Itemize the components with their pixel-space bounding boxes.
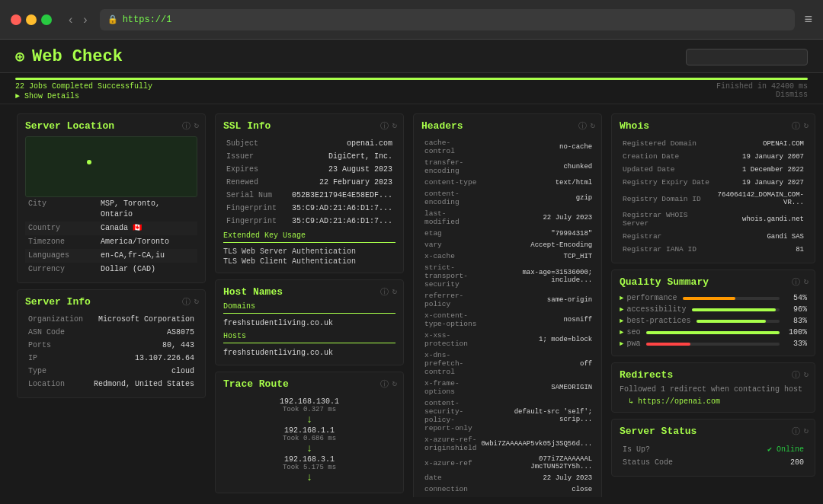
info-icon-8[interactable]: ⓘ (792, 120, 800, 132)
table-row: Updated Date1 December 2022 (621, 164, 805, 175)
card-controls-2: ⓘ ↻ (182, 296, 199, 308)
table-row: Location Redmond, United States (27, 378, 196, 390)
quality-pwa[interactable]: ► pwa 33% (620, 338, 807, 349)
table-row: referrer-policysame-origin (423, 291, 594, 309)
refresh-icon-9[interactable]: ↻ (803, 276, 809, 288)
chevron-right-icon: ► (620, 295, 623, 302)
table-row: Registered DomainOPENAI.COM (621, 138, 805, 149)
card-controls-9: ⓘ ↻ (792, 276, 809, 288)
card-controls: ⓘ ↻ (182, 120, 199, 132)
info-icon-10[interactable]: ⓘ (792, 369, 800, 381)
minimize-button[interactable] (26, 14, 37, 25)
refresh-icon-11[interactable]: ↻ (803, 426, 809, 437)
refresh-icon-3[interactable]: ↻ (392, 120, 397, 132)
app-header: ⊕ Web Check (0, 40, 823, 73)
headers-table: cache-controlno-cache transfer-encodingc… (421, 136, 595, 496)
currency-value: Dollar (CAD) (98, 263, 197, 276)
refresh-icon-4[interactable]: ↻ (392, 286, 397, 298)
table-row: x-dns-prefetch-controloff (423, 350, 594, 377)
info-icon-6[interactable]: ⓘ (578, 120, 587, 132)
quality-bar-bg (646, 343, 780, 346)
table-row: IssuerDigiCert, Inc. (225, 151, 394, 162)
online-badge: ✔ (767, 445, 777, 454)
table-row: Status Code 200 (621, 457, 805, 468)
refresh-icon-8[interactable]: ↻ (803, 120, 809, 132)
info-icon-5[interactable]: ⓘ (380, 378, 389, 390)
quality-bar-fill (697, 320, 765, 323)
menu-button[interactable]: ≡ (804, 11, 812, 27)
close-button[interactable] (11, 14, 21, 25)
redirect-link[interactable]: ↳ https://openai.com (620, 397, 807, 406)
refresh-icon[interactable]: ↻ (194, 120, 199, 132)
ports-value: 80, 443 (87, 340, 196, 351)
host-names-title: Host Names (223, 286, 395, 298)
quality-seo[interactable]: ► seo 100% (620, 327, 807, 338)
info-icon-9[interactable]: ⓘ (792, 276, 800, 288)
org-label: Organization (27, 314, 85, 325)
languages-value: en-CA,fr-CA,iu (98, 249, 197, 263)
info-icon-11[interactable]: ⓘ (792, 426, 800, 437)
address-bar[interactable]: 🔒 https://1 (100, 9, 796, 30)
table-row: cache-controlno-cache (423, 138, 594, 156)
column-1: Server Location ⓘ ↻ City MSP, Toronto, O… (12, 113, 210, 497)
server-info-card: Server Info ⓘ ↻ Organization Microsoft C… (17, 289, 206, 398)
table-row: Fingerprint35:C9:AD:21:A6:D1:7... (225, 203, 394, 214)
info-icon-4[interactable]: ⓘ (380, 286, 389, 298)
ip-value: 13.107.226.64 (87, 352, 196, 364)
ssl-info-card: SSL Info ⓘ ↻ Subjectopenai.com IssuerDig… (215, 113, 404, 273)
progress-info: 22 Jobs Completed Successfully Finished … (15, 82, 808, 91)
city-label: City (25, 197, 98, 222)
table-row: Expires23 August 2023 (225, 164, 394, 175)
column-3: Headers ⓘ ↻ cache-controlno-cache transf… (408, 113, 607, 497)
back-button[interactable]: ‹ (66, 11, 75, 28)
quality-best-practices[interactable]: ► best-practices 83% (620, 315, 807, 327)
server-status-card: Server Status ⓘ ↻ Is Up? ✔ Online Status… (611, 419, 815, 477)
domain-item: freshstudentliving.co.uk (223, 317, 395, 329)
chevron-right-icon: ► (620, 340, 623, 348)
finished-text: Finished in 42400 ms (716, 82, 808, 91)
table-row: x-content-type-optionsnosniff (423, 311, 594, 329)
refresh-icon-10[interactable]: ↻ (803, 369, 809, 381)
table-row: x-azure-ref-originshield0wbi7ZAAAAAP5vk0… (423, 435, 594, 453)
table-row: Registrar WHOIS Serverwhois.gandi.net (621, 209, 805, 229)
table-row: connectionclose (423, 484, 594, 494)
maximize-button[interactable] (41, 14, 52, 25)
column-2: SSL Info ⓘ ↻ Subjectopenai.com IssuerDig… (210, 113, 408, 497)
forward-button[interactable]: › (80, 11, 90, 28)
dismiss-button[interactable]: Dismiss (776, 91, 808, 100)
refresh-icon-6[interactable]: ↻ (590, 120, 595, 132)
type-value: cloud (87, 365, 196, 377)
progress-container: 22 Jobs Completed Successfully Finished … (0, 73, 823, 104)
column-4: Whois ⓘ ↻ Registered DomainOPENAI.COM Cr… (607, 113, 820, 497)
table-row: Ports 80, 443 (27, 340, 196, 351)
info-icon-2[interactable]: ⓘ (182, 296, 191, 308)
quality-bar-fill (646, 331, 780, 334)
server-location-table: City MSP, Toronto, Ontario Country Canad… (25, 197, 197, 276)
table-row: Registry Expiry Date19 January 2027 (621, 177, 805, 188)
server-location-card: Server Location ⓘ ↻ City MSP, Toronto, O… (17, 113, 206, 283)
refresh-icon-2[interactable]: ↻ (194, 296, 199, 308)
quality-performance[interactable]: ► performance 54% (620, 292, 807, 304)
quality-accessibility[interactable]: ► accessibility 96% (620, 304, 807, 315)
trace-route-title: Trace Route (223, 378, 395, 390)
quality-bar-fill (683, 297, 735, 300)
status-code-label: Status Code (621, 457, 726, 468)
chevron-right-icon: ► (620, 329, 623, 337)
status-text: Online (777, 445, 804, 454)
country-label: Country (25, 222, 98, 235)
show-details-button[interactable]: ► Show Details (15, 92, 79, 100)
table-row: x-cacheTCP_HIT (423, 251, 594, 261)
info-icon-3[interactable]: ⓘ (380, 120, 389, 132)
traffic-lights (11, 14, 52, 25)
progress-bar (15, 78, 808, 80)
quality-bar-bg (697, 320, 780, 323)
table-row: Organization Microsoft Corporation (27, 314, 196, 325)
info-icon[interactable]: ⓘ (182, 120, 191, 132)
table-row: content-typetext/html (423, 177, 594, 187)
refresh-icon-5[interactable]: ↻ (392, 378, 397, 390)
url-input[interactable] (686, 49, 808, 65)
table-row: Currency Dollar (CAD) (25, 263, 197, 276)
timezone-label: Timezone (25, 235, 98, 249)
trace-arrow-icon: ↓ (306, 471, 312, 484)
table-row: last-modified22 July 2023 (423, 209, 594, 227)
